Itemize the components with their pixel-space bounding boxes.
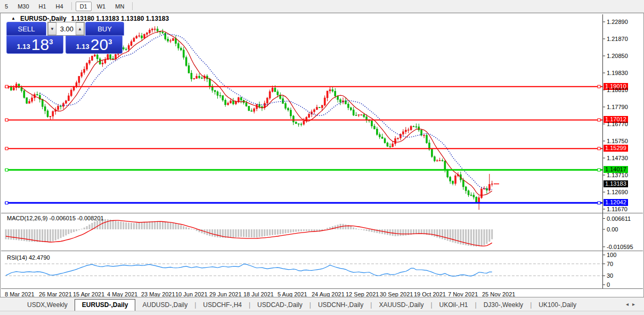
sell-button[interactable]: SELL xyxy=(6,22,46,36)
date-label: 24 Aug 2021 xyxy=(312,291,345,297)
price-tick-label: 1.12690 xyxy=(607,189,628,195)
toolbar-separator xyxy=(132,2,133,10)
tab-usdcnh-daily[interactable]: USDCNH-,Daily xyxy=(311,300,370,311)
buy-button[interactable]: BUY xyxy=(85,22,124,36)
price-tick-label: 1.17790 xyxy=(607,104,628,110)
timeframe-button-h1[interactable]: H1 xyxy=(35,2,51,11)
rsi-tick-label: 30 xyxy=(607,272,613,279)
buy-price-main: 20 xyxy=(91,37,108,52)
date-label: 8 Mar 2021 xyxy=(5,291,35,297)
volume-value[interactable]: 3.00 xyxy=(56,22,76,35)
date-label: 19 Oct 2021 xyxy=(414,291,446,297)
chart-tabs-bar: USDX,WeeklyEURUSD-,DailyAUDUSD-,Daily|US… xyxy=(0,298,644,311)
price-tick-label: 1.16770 xyxy=(607,121,628,127)
date-label: 5 Aug 2021 xyxy=(278,291,307,297)
bottom-strip xyxy=(0,311,644,315)
date-label: 4 May 2021 xyxy=(107,291,137,297)
rsi-label: RSI(14) 42.4790 xyxy=(7,254,50,261)
volume-spinner: ▼ 3.00 ▲ xyxy=(47,22,85,36)
tab-uk100-daily[interactable]: UK100-,Daily xyxy=(532,300,583,311)
tab-xauusd-daily[interactable]: XAUUSD-,Daily xyxy=(372,300,430,311)
level-handle[interactable] xyxy=(598,119,600,121)
price-tick-label: 1.13710 xyxy=(607,172,628,178)
chart-canvas[interactable] xyxy=(1,13,643,297)
buy-price-sup: 3 xyxy=(108,38,112,46)
rsi-tick-label: 70 xyxy=(607,261,613,267)
volume-increase-button[interactable]: ▲ xyxy=(76,22,84,35)
date-label: 29 Jun 2021 xyxy=(209,291,242,297)
level-handle[interactable] xyxy=(5,147,8,150)
level-handle[interactable] xyxy=(5,202,8,204)
date-label: 26 Mar 2021 xyxy=(39,291,72,297)
price-tick-label: 1.11670 xyxy=(607,206,627,212)
tab-dj30-weekly[interactable]: DJ30-,Weekly xyxy=(477,300,530,311)
current-price-badge: 1.13183 xyxy=(604,180,628,187)
macd-tick-label: -0.010595 xyxy=(607,244,633,250)
chart-title-symbol: EURUSD-,Daily xyxy=(20,15,67,22)
chart-title: ▲ EURUSD-,Daily 1.13180 1.13183 1.13180 … xyxy=(11,15,169,22)
sell-price-box[interactable]: 1.13 18 3 xyxy=(6,36,63,54)
price-level-badge[interactable]: 1.12042 xyxy=(604,199,628,206)
chart-window: 1.190101.170121.152991.140171.120421.131… xyxy=(0,13,644,297)
level-handle[interactable] xyxy=(598,85,600,88)
price-tick-label: 1.19830 xyxy=(607,70,628,76)
chart-title-ohlc: 1.13180 1.13183 1.13180 1.13183 xyxy=(71,15,169,22)
level-handle[interactable] xyxy=(5,85,8,88)
date-label: 12 Sep 2021 xyxy=(346,291,379,297)
candles-layer xyxy=(5,26,493,210)
level-handle[interactable] xyxy=(5,119,8,121)
one-click-trading-panel: SELL ▼ 3.00 ▲ BUY 1.13 18 3 1.13 20 3 xyxy=(6,22,124,54)
timeframe-button-d1[interactable]: D1 xyxy=(76,2,92,11)
terminal-window: 5M30H1H4D1W1MN 1.190101.170121.152991.14… xyxy=(0,0,644,315)
tab-usdchf-h4[interactable]: USDCHF-,H4 xyxy=(196,300,249,311)
rsi-tick-label: 100 xyxy=(607,252,616,258)
price-tick-label: 1.18810 xyxy=(607,87,628,93)
macd-histogram xyxy=(5,219,493,247)
timeframe-button-mn[interactable]: MN xyxy=(111,2,128,11)
collapse-arrow-icon[interactable]: ▲ xyxy=(11,15,15,22)
timeframe-button-5[interactable]: 5 xyxy=(1,2,12,11)
timeframe-button-m30[interactable]: M30 xyxy=(13,2,33,11)
tab-scroll-left-icon[interactable]: ◂ xyxy=(626,301,632,307)
price-tick-label: 1.15750 xyxy=(607,138,628,144)
sell-price-sup: 3 xyxy=(49,38,53,46)
toolbar-separator xyxy=(71,2,72,10)
level-handle[interactable] xyxy=(598,202,600,204)
price-tick-label: 1.14730 xyxy=(607,155,628,161)
sell-price-prefix: 1.13 xyxy=(17,42,30,52)
tab-usdx-weekly[interactable]: USDX,Weekly xyxy=(20,300,75,311)
timeframe-button-h4[interactable]: H4 xyxy=(52,2,68,11)
tab-ukoil-h1[interactable]: UKOil-,H1 xyxy=(433,300,475,311)
level-handle[interactable] xyxy=(598,147,600,150)
timeframe-toolbar: 5M30H1H4D1W1MN xyxy=(0,0,644,13)
tab-usdcad-daily[interactable]: USDCAD-,Daily xyxy=(250,300,309,311)
timeframe-button-w1[interactable]: W1 xyxy=(93,2,110,11)
tab-eurusd-daily[interactable]: EURUSD-,Daily xyxy=(75,299,136,311)
tab-scroll-right-icon[interactable]: ▸ xyxy=(632,301,639,307)
volume-decrease-button[interactable]: ▼ xyxy=(48,22,56,35)
rsi-tick-label: 0 xyxy=(607,281,610,288)
price-tick-label: 1.20850 xyxy=(607,53,628,59)
sell-price-main: 18 xyxy=(31,37,49,52)
rsi-line xyxy=(6,264,492,276)
tab-audusd-daily[interactable]: AUDUSD-,Daily xyxy=(135,300,194,311)
macd-tick-label: 0.006611 xyxy=(607,215,631,222)
date-label: 18 Jul 2021 xyxy=(243,291,274,297)
date-label: 15 Apr 2021 xyxy=(73,291,104,297)
buy-price-box[interactable]: 1.13 20 3 xyxy=(66,36,123,54)
price-level-badge[interactable]: 1.15299 xyxy=(604,145,628,152)
price-tick-label: 1.22890 xyxy=(607,19,628,25)
date-label: 23 May 2021 xyxy=(141,291,175,297)
date-label: 30 Sep 2021 xyxy=(380,291,413,297)
macd-tick-label: 0.00 xyxy=(607,226,618,233)
date-label: 7 Nov 2021 xyxy=(448,291,478,297)
buy-price-prefix: 1.13 xyxy=(76,42,89,52)
macd-label: MACD(12,26,9) -0.006015 -0.008201 xyxy=(7,215,104,221)
tab-scroll-arrows[interactable]: ◂▸ xyxy=(626,301,639,307)
date-label: 10 Jun 2021 xyxy=(175,291,208,297)
date-label: 25 Nov 2021 xyxy=(482,291,515,297)
price-tick-label: 1.21870 xyxy=(607,36,628,42)
level-handle[interactable] xyxy=(5,169,8,171)
level-handle[interactable] xyxy=(598,169,600,171)
